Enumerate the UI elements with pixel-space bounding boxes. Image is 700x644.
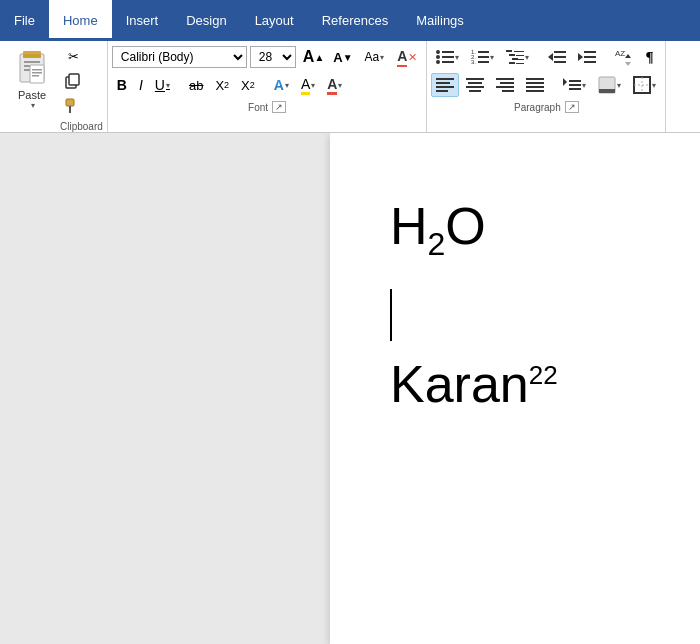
document-area: H2O Karan22 (0, 133, 700, 644)
menu-file[interactable]: File (0, 0, 49, 41)
karan-superscript: 22 (529, 359, 558, 389)
svg-rect-45 (436, 78, 454, 80)
svg-rect-51 (466, 86, 484, 88)
svg-rect-60 (526, 90, 544, 92)
bold-button[interactable]: B (112, 73, 132, 97)
strikethrough-button[interactable]: ab (184, 73, 208, 97)
svg-rect-6 (30, 65, 44, 83)
svg-rect-63 (569, 84, 581, 86)
svg-rect-27 (509, 54, 515, 56)
line-spacing-button[interactable]: ▾ (558, 73, 591, 97)
paragraph-group-expand[interactable]: ↗ (565, 101, 579, 113)
svg-rect-3 (24, 61, 40, 63)
show-hide-button[interactable]: ¶ (640, 45, 658, 69)
superscript-button[interactable]: X2 (236, 73, 260, 97)
menu-bar: File Home Insert Design Layout Reference… (0, 0, 700, 41)
copy-button[interactable] (60, 70, 86, 93)
svg-rect-9 (32, 75, 39, 77)
menu-layout[interactable]: Layout (241, 0, 308, 41)
menu-references[interactable]: References (308, 0, 402, 41)
paste-icon (16, 49, 48, 87)
svg-rect-11 (69, 74, 79, 85)
menu-home[interactable]: Home (49, 0, 112, 41)
paragraph-group: ▾ 1. 2. 3. ▾ (427, 41, 666, 132)
underline-button[interactable]: U ▾ (150, 73, 175, 97)
font-color-button[interactable]: A ▾ (322, 73, 347, 97)
para-row2: ▾ ▾ ▾ (431, 73, 661, 97)
svg-rect-57 (526, 78, 544, 80)
document-sidebar (0, 133, 330, 644)
shading-button[interactable]: ▾ (593, 73, 626, 97)
font-row1: Calibri (Body) 28 A▲ A▼ Aa▾ A ✕ (112, 45, 423, 69)
clipboard-side-buttons: ✂ Clipboard (60, 41, 103, 132)
numbering-button[interactable]: 1. 2. 3. ▾ (466, 45, 499, 69)
clipboard-label: Clipboard (60, 119, 103, 132)
text-highlight-button[interactable]: A ▾ (296, 73, 320, 97)
karan-formula: Karan22 (390, 351, 640, 419)
paste-dropdown-arrow[interactable]: ▾ (31, 101, 35, 110)
font-row2: B I U ▾ ab X2 X2 A ▾ A ▾ A ▾ (112, 73, 423, 97)
italic-button[interactable]: I (134, 73, 148, 97)
grow-font-button[interactable]: A▲ (299, 46, 328, 68)
format-painter-button[interactable] (60, 94, 86, 117)
svg-rect-17 (442, 56, 454, 58)
svg-rect-30 (514, 51, 524, 52)
paste-label: Paste (18, 89, 46, 101)
svg-rect-46 (436, 82, 450, 84)
svg-point-18 (436, 60, 440, 64)
svg-rect-39 (584, 51, 596, 53)
font-size-buttons: A▲ A▼ (299, 46, 357, 68)
svg-rect-26 (506, 50, 512, 52)
font-name-select[interactable]: Calibri (Body) (112, 46, 247, 68)
increase-indent-button[interactable] (573, 45, 601, 69)
svg-rect-15 (442, 51, 454, 53)
para-row1: ▾ 1. 2. 3. ▾ (431, 45, 661, 69)
svg-rect-47 (436, 86, 454, 88)
font-group: Calibri (Body) 28 A▲ A▼ Aa▾ A ✕ B I U ▾ … (108, 41, 428, 132)
document-page[interactable]: H2O Karan22 (330, 133, 700, 644)
shrink-font-button[interactable]: A▼ (329, 46, 356, 68)
h2o-o: O (445, 197, 485, 255)
svg-rect-55 (496, 86, 514, 88)
clear-formatting-button[interactable]: A ✕ (392, 45, 422, 69)
borders-button[interactable]: ▾ (628, 73, 661, 97)
svg-rect-23 (478, 56, 489, 58)
menu-insert[interactable]: Insert (112, 0, 173, 41)
text-effects-button[interactable]: A ▾ (269, 73, 294, 97)
h2o-formula: H2O (390, 193, 640, 261)
svg-point-16 (436, 55, 440, 59)
svg-marker-38 (578, 53, 583, 61)
justify-button[interactable] (521, 73, 549, 97)
svg-marker-43 (625, 54, 631, 58)
svg-marker-61 (563, 78, 567, 86)
paste-button[interactable]: Paste ▾ (6, 45, 58, 114)
align-left-button[interactable] (431, 73, 459, 97)
sort-button[interactable]: AZ (610, 45, 638, 69)
svg-rect-36 (554, 56, 566, 58)
decrease-indent-button[interactable] (543, 45, 571, 69)
multilevel-list-button[interactable]: ▾ (501, 45, 534, 69)
menu-design[interactable]: Design (172, 0, 240, 41)
font-size-select[interactable]: 28 (250, 46, 296, 68)
svg-rect-19 (442, 61, 454, 63)
document-content: H2O Karan22 (390, 193, 640, 418)
font-group-expand[interactable]: ↗ (272, 101, 286, 113)
svg-text:3.: 3. (471, 59, 476, 65)
cut-button[interactable]: ✂ (60, 45, 86, 68)
subscript-button[interactable]: X2 (210, 73, 234, 97)
svg-rect-64 (569, 88, 581, 90)
svg-rect-62 (569, 80, 581, 82)
menu-mailings[interactable]: Mailings (402, 0, 478, 41)
svg-rect-54 (500, 82, 514, 84)
align-center-button[interactable] (461, 73, 489, 97)
svg-rect-35 (554, 51, 566, 53)
svg-rect-8 (32, 72, 42, 74)
align-right-button[interactable] (491, 73, 519, 97)
change-case-button[interactable]: Aa▾ (360, 45, 390, 69)
svg-rect-32 (518, 59, 524, 60)
paragraph-group-label: Paragraph ↗ (431, 101, 661, 113)
svg-rect-25 (478, 61, 489, 63)
svg-marker-34 (548, 53, 553, 61)
cursor-area (390, 269, 640, 341)
bullets-button[interactable]: ▾ (431, 45, 464, 69)
